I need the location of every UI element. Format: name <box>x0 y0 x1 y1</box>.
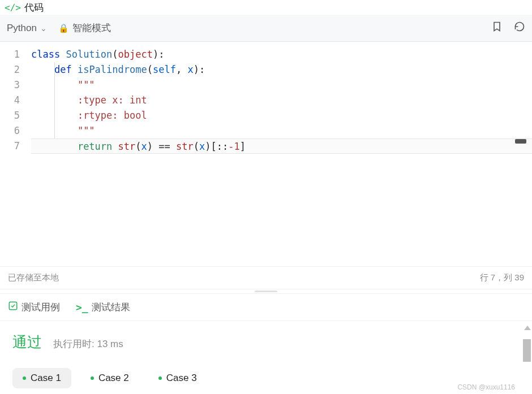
code-line: :type x: int <box>31 93 532 108</box>
runtime-label: 执行用时: 13 ms <box>53 337 123 350</box>
cursor-indicator <box>515 139 526 144</box>
code-line: class Solution(object): <box>31 47 532 62</box>
chevron-down-icon: ⌄ <box>40 24 47 33</box>
case-tab-3[interactable]: Case 3 <box>148 368 207 388</box>
case-tab-2[interactable]: Case 2 <box>80 368 139 388</box>
case-label: Case 1 <box>31 373 61 384</box>
bookmark-icon[interactable] <box>491 21 503 35</box>
tab-result-label: 测试结果 <box>92 301 130 314</box>
case-label: Case 3 <box>166 373 197 384</box>
scroll-thumb[interactable] <box>523 339 531 362</box>
mode-label: 智能模式 <box>72 21 111 34</box>
code-line: """ <box>31 123 532 138</box>
watermark: CSDN @xuxu1116 <box>457 383 515 391</box>
code-line: def isPalindrome(self, x): <box>31 62 532 77</box>
result-status: 通过 <box>12 332 42 352</box>
code-icon: </> <box>5 2 21 13</box>
bottom-tabs: 测试用例 >_ 测试结果 <box>0 293 532 321</box>
editor-toolbar: Python ⌄ 🔒 智能模式 <box>0 15 532 42</box>
toolbar-right <box>491 21 525 35</box>
code-editor[interactable]: 1 2 3 4 5 6 7 class Solution(object): de… <box>0 42 532 266</box>
svg-rect-0 <box>9 302 17 310</box>
case-label: Case 2 <box>98 373 129 384</box>
header-title: 代码 <box>24 1 44 14</box>
line-number: 2 <box>0 62 20 77</box>
header-tab: </> 代码 <box>0 0 532 15</box>
status-dot-icon <box>23 376 26 380</box>
status-bar: 已存储至本地 行 7，列 39 <box>0 266 532 289</box>
line-number: 7 <box>0 138 20 154</box>
scroll-up-icon <box>524 326 531 336</box>
tab-result[interactable]: >_ 测试结果 <box>76 301 130 314</box>
code-line: :rtype: bool <box>31 108 532 123</box>
terminal-icon: >_ <box>76 301 88 313</box>
tab-testcase-label: 测试用例 <box>22 301 60 314</box>
result-panel: 通过 执行用时: 13 ms Case 1 Case 2 Case 3 <box>0 321 532 394</box>
result-header: 通过 执行用时: 13 ms <box>12 332 520 352</box>
code-line: """ <box>31 77 532 93</box>
tab-testcase[interactable]: 测试用例 <box>8 301 60 314</box>
line-number: 5 <box>0 108 20 123</box>
code-line-active: return str(x) == str(x)[::-1] <box>31 138 532 154</box>
language-label: Python <box>7 23 37 34</box>
drag-indicator <box>255 291 277 292</box>
status-dot-icon <box>91 376 94 380</box>
result-scrollbar[interactable] <box>523 326 531 394</box>
case-tab-1[interactable]: Case 1 <box>12 368 71 388</box>
reset-icon[interactable] <box>514 21 525 35</box>
line-number: 4 <box>0 93 20 108</box>
line-gutter: 1 2 3 4 5 6 7 <box>0 42 31 266</box>
save-status: 已存储至本地 <box>8 272 59 283</box>
check-icon <box>8 301 18 314</box>
line-number: 3 <box>0 77 20 93</box>
lock-icon: 🔒 <box>58 23 69 33</box>
cases-row: Case 1 Case 2 Case 3 <box>12 368 520 388</box>
code-content[interactable]: class Solution(object): def isPalindrome… <box>31 42 532 266</box>
panel-resize-handle[interactable] <box>0 289 532 293</box>
language-selector[interactable]: Python ⌄ <box>7 23 47 34</box>
line-number: 1 <box>0 47 20 62</box>
line-number: 6 <box>0 123 20 138</box>
status-dot-icon <box>158 376 162 380</box>
cursor-position: 行 7，列 39 <box>480 272 524 283</box>
